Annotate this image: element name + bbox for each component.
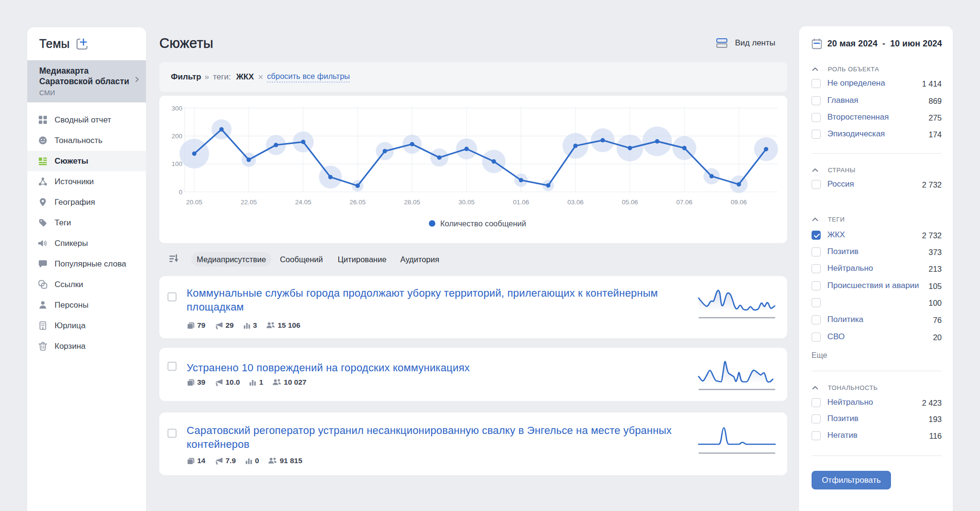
svg-text:Количество сообщений: Количество сообщений	[440, 219, 526, 228]
svg-text:07.06: 07.06	[676, 199, 692, 206]
svg-text:22.05: 22.05	[241, 199, 257, 206]
svg-text:30.05: 30.05	[458, 199, 475, 206]
svg-text:05.06: 05.06	[622, 199, 638, 206]
svg-text:01.06: 01.06	[513, 199, 529, 206]
svg-text:24.05: 24.05	[295, 199, 312, 206]
svg-text:0: 0	[178, 189, 182, 196]
svg-text:26.05: 26.05	[350, 199, 366, 206]
svg-text:28.05: 28.05	[404, 199, 420, 206]
svg-text:03.06: 03.06	[568, 199, 584, 206]
svg-text:100: 100	[171, 160, 182, 167]
svg-text:09.06: 09.06	[731, 199, 747, 206]
svg-text:20.05: 20.05	[186, 199, 202, 206]
svg-text:300: 300	[171, 105, 182, 112]
svg-text:200: 200	[171, 133, 182, 140]
